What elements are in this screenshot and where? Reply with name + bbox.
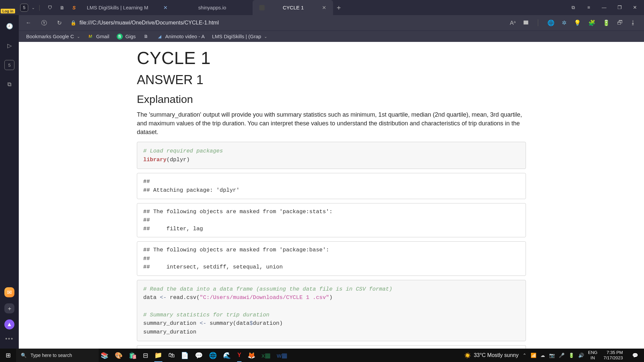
notepad-icon[interactable]: 📄: [181, 352, 189, 359]
firefox-icon[interactable]: 🦊: [248, 352, 256, 359]
more-icon[interactable]: •••: [5, 336, 14, 343]
address-bar: ← Ⓨ ↻ 🔒 file:///C:/Users/muawi/OneDrive/…: [0, 15, 644, 31]
taskbar-search[interactable]: 🔍 Type here to search: [16, 349, 99, 362]
bookmark-icon[interactable]: ⯀: [523, 19, 529, 26]
explorer-icon[interactable]: 📁: [154, 349, 162, 362]
bookmarks-bar: Bookmarks Google C ⌄ M Gmail fi Gigs 🗎 ◢…: [0, 31, 644, 42]
document-body: CYCLE 1 ANSWER 1 Explanation The 'summar…: [137, 42, 526, 349]
chevron-up-icon[interactable]: ⌃: [523, 353, 527, 358]
gmail-icon: M: [88, 34, 94, 40]
tab-label: CYCLE 1: [268, 5, 319, 10]
lightbulb-icon[interactable]: 💡: [574, 19, 581, 26]
file-icon: 🗎: [143, 34, 149, 40]
code-block-2: # Read the data into a data frame (assum…: [137, 280, 526, 341]
extension-icon-2[interactable]: 🧩: [588, 19, 595, 26]
menu-icon[interactable]: ≡: [586, 5, 592, 10]
paint3d-icon[interactable]: 🎨: [115, 352, 123, 359]
page-h3: Explanation: [137, 93, 526, 106]
tab-label: LMS DigiSkills | Learning M: [87, 5, 148, 10]
windows-taskbar: ⊞ 🔍 Type here to search 📚 🎨 🛍️ ⊟ 📁 🛍 📄 💬…: [0, 349, 644, 362]
camera-icon[interactable]: 📷: [549, 353, 555, 358]
browser-side-rail: 🕘 ▷ 5 ⧉ ✉ ＋ ▲ •••: [0, 15, 19, 349]
shield-icon[interactable]: ⛉: [47, 4, 53, 11]
notifications-icon[interactable]: 💬: [629, 353, 641, 358]
weather-widget[interactable]: ☀️ 33°C Mostly sunny: [464, 352, 519, 359]
page-h1: CYCLE 1: [137, 48, 526, 68]
bookmark-label: LMS DigiSkills | (Grap: [212, 34, 261, 39]
close-icon[interactable]: ✕: [322, 5, 326, 11]
bookmark-blank[interactable]: 🗎: [143, 34, 149, 40]
play-icon[interactable]: ▷: [4, 41, 14, 51]
tab-shinyapps[interactable]: shinyapps.io: [172, 0, 253, 15]
cloud-icon[interactable]: ☁: [540, 353, 545, 358]
weather-text: 33°C Mostly sunny: [474, 352, 519, 358]
language-indicator[interactable]: ENG IN: [588, 350, 597, 360]
back-button[interactable]: ←: [24, 19, 33, 26]
close-window-icon[interactable]: ✕: [632, 5, 638, 10]
reload-button[interactable]: ↻: [55, 19, 64, 26]
minimize-icon[interactable]: —: [601, 5, 607, 10]
fiverr-icon: fi: [117, 34, 123, 40]
chrome-icon[interactable]: 🌐: [209, 352, 217, 359]
tab-count-icon[interactable]: 5: [4, 60, 14, 70]
battery-icon[interactable]: 🔋: [603, 19, 610, 26]
globe-icon[interactable]: 🌐: [547, 19, 554, 26]
bookmark-animoto[interactable]: ◢ Animoto video - A: [157, 34, 205, 40]
yandex-icon[interactable]: Ⓨ: [40, 19, 48, 27]
history-icon[interactable]: 🕘: [4, 21, 14, 31]
tab-counter[interactable]: 5: [20, 4, 28, 12]
mic-icon[interactable]: 🎤: [559, 353, 565, 358]
downloads-icon[interactable]: ⭳: [630, 19, 636, 26]
system-tray[interactable]: ⌃ 📶 ☁ 📷 🎤 🔋 🔊: [523, 353, 584, 358]
taskview-icon[interactable]: ⊟: [143, 352, 148, 359]
tab-strip: LMS DigiSkills | Learning M ✕ shinyapps.…: [80, 0, 344, 15]
alisa-icon[interactable]: ▲: [4, 319, 14, 329]
tab-cycle1[interactable]: CYCLE 1 ✕: [253, 0, 333, 15]
volume-icon[interactable]: 🔊: [578, 353, 584, 358]
tab-lms[interactable]: LMS DigiSkills | Learning M: [80, 0, 161, 15]
login-tag[interactable]: Log in: [1, 9, 15, 13]
tab-label: shinyapps.io: [198, 5, 226, 10]
battery-tray-icon[interactable]: 🔋: [569, 353, 574, 358]
clock[interactable]: 7:35 PM 7/17/2023: [601, 350, 625, 360]
start-button[interactable]: ⊞: [0, 352, 16, 359]
screenshot-icon[interactable]: ⧉: [4, 79, 14, 89]
read-aloud-icon[interactable]: Aᵃ: [510, 19, 516, 26]
file-icon[interactable]: 🗎: [59, 4, 65, 11]
books-icon[interactable]: 📚: [101, 352, 109, 359]
output-block-3: ## The following objects are masked from…: [137, 241, 526, 276]
bookmark-gigs[interactable]: fi Gigs: [117, 34, 136, 40]
page-viewport: CYCLE 1 ANSWER 1 Explanation The 'summar…: [19, 42, 644, 349]
mail-icon[interactable]: ✉: [4, 287, 14, 297]
wifi-icon[interactable]: 📶: [531, 353, 536, 358]
whatsapp-icon[interactable]: 💬: [195, 352, 203, 359]
chevron-down-icon: ⌄: [264, 34, 267, 39]
collections-icon[interactable]: ⧉: [570, 5, 576, 10]
bag-icon[interactable]: 🛍️: [129, 352, 137, 359]
store-icon[interactable]: 🛍: [168, 352, 175, 359]
chevron-down-icon[interactable]: ⌄: [32, 5, 35, 10]
translate-icon[interactable]: 🗗: [617, 19, 623, 26]
add-panel-icon[interactable]: ＋: [4, 303, 14, 313]
bookmark-lms[interactable]: LMS DigiSkills | (Grap ⌄: [212, 34, 267, 39]
new-tab-button[interactable]: ＋: [333, 0, 344, 15]
extension-icon[interactable]: ✲: [562, 19, 567, 26]
file-icon: [259, 5, 265, 10]
bookmark-gmail[interactable]: M Gmail: [88, 34, 109, 40]
output-block-2: ## The following objects are masked from…: [137, 203, 526, 238]
explanation-paragraph: The 'summary_duration' output will provi…: [137, 110, 526, 136]
excel-icon[interactable]: x▦: [262, 352, 271, 359]
output-block-4: ## Min. 1st Qu. Median Mean 3rd Qu. Max.: [137, 345, 526, 349]
edge-icon[interactable]: 🌊: [223, 352, 231, 359]
animoto-icon: ◢: [157, 34, 163, 40]
tab-divider-icon: ✕: [161, 0, 172, 15]
bookmark-google[interactable]: Bookmarks Google C ⌄: [26, 34, 80, 39]
lock-icon: 🔒: [70, 20, 76, 25]
bookmark-label: Gigs: [125, 34, 136, 39]
code-block-1: # Load required packages library(dplyr): [137, 142, 526, 169]
yandex-browser-icon[interactable]: Y: [237, 349, 241, 362]
maximize-icon[interactable]: ❐: [616, 5, 623, 10]
url-field[interactable]: 🔒 file:///C:/Users/muawi/OneDrive/Docume…: [70, 20, 503, 26]
page-h2: ANSWER 1: [137, 73, 526, 87]
word-icon[interactable]: w▦: [277, 352, 287, 359]
